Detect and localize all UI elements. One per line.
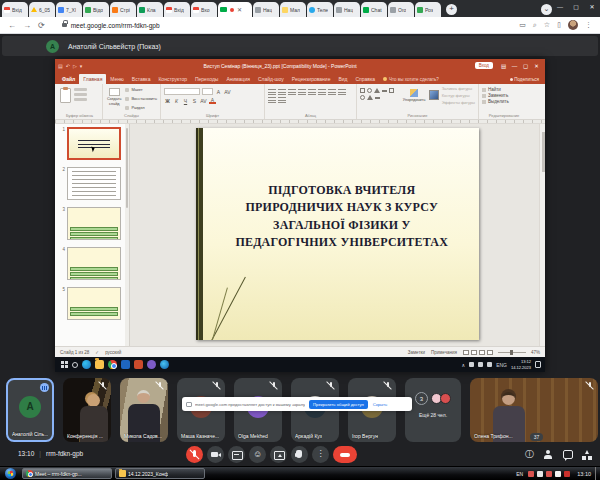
more-participants-tile[interactable]: 3 Ещё 28 чел. (405, 378, 461, 442)
cut-button[interactable] (74, 88, 87, 91)
save-icon[interactable]: ▤ (58, 63, 63, 69)
browser-tab[interactable]: Нац (334, 2, 360, 17)
thumbnail-scrollbar[interactable] (125, 124, 129, 346)
format-painter-button[interactable] (74, 98, 87, 101)
ppt-share-button[interactable]: Поделиться (510, 77, 545, 84)
taskbar-app-chrome[interactable]: Meet – rrm-fdkn-gp... (22, 468, 112, 479)
window-maximize-button[interactable]: ▢ (568, 3, 584, 10)
text-shadow-button[interactable]: S (191, 98, 198, 104)
reactions-button[interactable]: ☺ (249, 446, 266, 463)
participant-tile[interactable]: A Анатолій Сіль... (6, 378, 54, 442)
browser-tab[interactable]: Вхо (191, 2, 217, 17)
tray-icon[interactable] (528, 471, 534, 477)
grow-font-button[interactable]: А (215, 89, 222, 95)
present-screen-button[interactable] (270, 446, 287, 463)
browser-tab[interactable]: Вхід (2, 2, 28, 17)
clear-format-button[interactable]: AV (224, 89, 231, 95)
rectangle-shape-icon[interactable] (360, 88, 365, 93)
zoom-slider[interactable] (498, 352, 526, 353)
font-size-box[interactable] (202, 88, 213, 95)
slide-thumbnail-panel[interactable]: 1 2 3 (55, 124, 130, 346)
tray-icon[interactable] (564, 471, 570, 477)
ribbon-tab-file[interactable]: Файл (58, 74, 79, 84)
justify-button[interactable] (268, 97, 276, 103)
tray-icon[interactable] (487, 362, 492, 367)
find-button[interactable]: Найти (482, 87, 526, 92)
forward-icon[interactable]: → (23, 21, 31, 30)
triangle-shape-icon[interactable] (367, 95, 373, 100)
tray-icon[interactable] (478, 362, 483, 367)
ribbon-tab-menu[interactable]: Меню (106, 74, 128, 84)
ellipse-shape-icon[interactable] (367, 88, 372, 93)
tab-search-icon[interactable]: ⌄ (541, 4, 552, 15)
notes-button[interactable]: Заметки (408, 350, 425, 355)
shape-outline-button[interactable]: Контур фигуры (442, 93, 475, 98)
indent-increase-button[interactable] (298, 89, 306, 95)
slide-thumbnail-selected[interactable] (67, 127, 121, 160)
rectangle-shape-icon[interactable] (389, 88, 394, 93)
show-desktop-button[interactable] (595, 467, 600, 480)
shape-fill-button[interactable]: Заливка фигуры (442, 86, 475, 91)
triangle-shape-icon[interactable] (374, 88, 380, 93)
ribbon-tab-transitions[interactable]: Переходы (191, 74, 222, 84)
people-panel-icon[interactable] (543, 450, 554, 460)
ribbon-tab-review[interactable]: Рецензирование (288, 74, 335, 84)
back-icon[interactable]: ← (8, 21, 16, 30)
start-orb-icon[interactable] (5, 468, 16, 479)
ribbon-display-icon[interactable]: ▤ (498, 63, 509, 69)
tray-icon[interactable] (546, 471, 552, 477)
reset-button[interactable]: Восстановить (125, 96, 157, 101)
zoom-icon[interactable]: ⌕ (533, 21, 537, 29)
zoom-level[interactable]: 47% (531, 350, 540, 355)
shape-effects-button[interactable]: Эффекты фигуры (442, 100, 475, 105)
cast-icon[interactable]: ▭ (519, 21, 526, 29)
profile-avatar[interactable] (568, 20, 578, 30)
tray-expand-icon[interactable]: ∧ (461, 362, 465, 368)
hide-notification-link[interactable]: Скрыть (373, 402, 387, 407)
taskbar-search-icon[interactable] (72, 362, 78, 368)
thumbnail-row[interactable]: 5 (57, 287, 128, 320)
reload-icon[interactable]: ⟳ (38, 21, 45, 30)
slide-thumbnail[interactable] (67, 207, 121, 240)
taskbar-clock[interactable]: 13:10 (577, 471, 591, 477)
tray-icon[interactable] (469, 362, 474, 367)
columns-button[interactable] (278, 97, 286, 103)
slide-thumbnail[interactable] (67, 287, 121, 320)
mic-muted-button[interactable] (186, 446, 203, 463)
start-button-icon[interactable] (61, 361, 64, 364)
tray-icon[interactable] (555, 471, 561, 477)
ppt-sign-in-button[interactable]: Вход (475, 62, 493, 69)
normal-view-icon[interactable] (463, 350, 469, 355)
tray-clock[interactable]: 13:12 14.12.2023 (511, 359, 531, 369)
ribbon-tab-insert[interactable]: Вставка (128, 74, 155, 84)
slideshow-icon[interactable]: ▷ (73, 63, 77, 69)
browser-tab[interactable]: Кла (137, 2, 163, 17)
activities-panel-icon[interactable] (582, 450, 592, 460)
browser-tab[interactable]: Chat (361, 2, 387, 17)
address-bar[interactable]: meet.google.com/rrm-fdkn-gpb (71, 22, 160, 29)
captions-button[interactable] (228, 446, 245, 463)
arrange-button[interactable]: Упорядочить (402, 86, 426, 105)
slide-scrollbar[interactable] (539, 124, 545, 346)
thumbnail-row[interactable]: 1 (57, 127, 128, 160)
char-spacing-button[interactable]: AV (200, 98, 207, 104)
edge-icon[interactable] (160, 360, 169, 369)
underline-button[interactable]: Ч (182, 98, 189, 104)
ppt-close-button[interactable]: ✕ (531, 63, 542, 69)
new-tab-button[interactable]: + (446, 4, 457, 15)
browser-tab[interactable]: Роз (415, 2, 441, 17)
browser-tab[interactable]: Стрі (110, 2, 136, 17)
arrow-shape-icon[interactable] (375, 97, 380, 99)
tab-close-icon[interactable]: ✕ (237, 6, 242, 13)
ppt-maximize-button[interactable]: ▢ (520, 63, 531, 69)
shapes-gallery[interactable] (360, 86, 399, 105)
indent-decrease-button[interactable] (288, 89, 296, 95)
undo-icon[interactable]: ↶ (66, 63, 70, 69)
tell-me-box[interactable]: Что вы хотите сделать? (389, 77, 439, 84)
layout-button[interactable]: Макет (125, 87, 157, 92)
comments-button[interactable]: Примечания (431, 350, 457, 355)
action-center-icon[interactable] (535, 361, 541, 368)
spellcheck-icon[interactable]: ✓ (95, 350, 99, 355)
window-close-button[interactable]: ✕ (584, 3, 600, 10)
section-button[interactable]: Раздел (125, 105, 157, 110)
